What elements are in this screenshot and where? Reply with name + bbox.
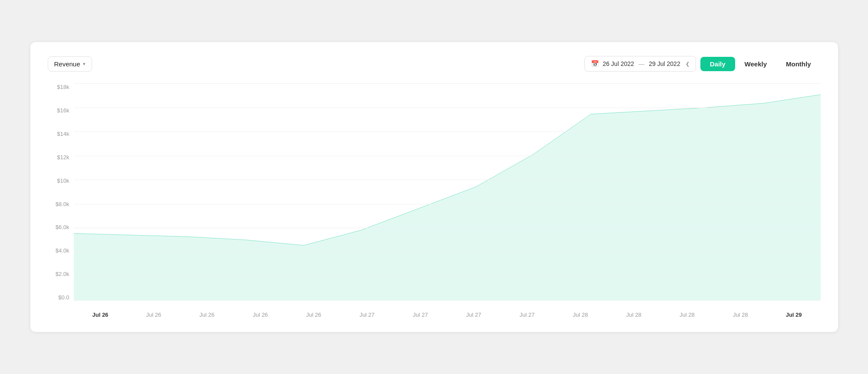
- x-label: Jul 28: [607, 312, 660, 318]
- calendar-icon: 📅: [591, 60, 599, 68]
- date-dash: —: [638, 60, 644, 67]
- grid-line: [74, 276, 821, 276]
- x-label: Jul 26: [287, 312, 340, 318]
- y-label: $18k: [48, 84, 74, 90]
- date-range-picker[interactable]: 📅 26 Jul 2022 — 29 Jul 2022 ❮: [584, 56, 696, 72]
- metric-chevron-icon: ▾: [83, 61, 86, 67]
- x-label: Jul 26: [180, 312, 234, 318]
- y-label: $16k: [48, 107, 74, 114]
- metric-label: Revenue: [54, 60, 80, 68]
- grid-line: [74, 252, 821, 253]
- x-label: Jul 27: [447, 312, 501, 318]
- x-label: Jul 28: [554, 312, 607, 318]
- y-label: $12k: [48, 154, 74, 161]
- chart-inner: [74, 84, 821, 301]
- x-label: Jul 26: [74, 312, 127, 318]
- x-label: Jul 27: [394, 312, 447, 318]
- date-to: 29 Jul 2022: [649, 60, 680, 67]
- x-label: Jul 27: [500, 312, 554, 318]
- grid-line: [74, 156, 821, 156]
- metric-dropdown[interactable]: Revenue ▾: [48, 56, 92, 72]
- line-chart: [74, 84, 821, 301]
- y-label: $2.0k: [48, 271, 74, 277]
- x-label: Jul 27: [340, 312, 394, 318]
- weekly-button[interactable]: Weekly: [735, 57, 776, 71]
- grid-line: [74, 83, 821, 84]
- x-label: Jul 28: [714, 312, 767, 318]
- x-label: Jul 28: [660, 312, 714, 318]
- daily-button[interactable]: Daily: [700, 57, 735, 71]
- date-chevron-icon: ❮: [686, 61, 690, 67]
- x-label: Jul 26: [234, 312, 287, 318]
- period-buttons: Daily Weekly Monthly: [700, 57, 821, 71]
- y-label: $10k: [48, 177, 74, 184]
- grid-line: [74, 180, 821, 180]
- y-label: $0.0: [48, 294, 74, 301]
- header-right: 📅 26 Jul 2022 — 29 Jul 2022 ❮ Daily Week…: [584, 56, 821, 72]
- grid-line: [74, 131, 821, 132]
- grid-line: [74, 204, 821, 204]
- y-label: $8.0k: [48, 201, 74, 207]
- chart-area: $0.0$2.0k$4.0k$6.0k$8.0k$10k$12k$14k$16k…: [48, 84, 821, 318]
- y-axis: $0.0$2.0k$4.0k$6.0k$8.0k$10k$12k$14k$16k…: [48, 84, 74, 301]
- y-label: $6.0k: [48, 224, 74, 230]
- y-label: $4.0k: [48, 247, 74, 254]
- chart-card: Revenue ▾ 📅 26 Jul 2022 — 29 Jul 2022 ❮ …: [30, 42, 838, 332]
- date-from: 26 Jul 2022: [603, 60, 634, 67]
- grid-line: [74, 228, 821, 228]
- x-label: Jul 29: [767, 312, 821, 318]
- y-label: $14k: [48, 131, 74, 137]
- grid-line: [74, 108, 821, 108]
- chart-header: Revenue ▾ 📅 26 Jul 2022 — 29 Jul 2022 ❮ …: [48, 56, 821, 72]
- x-axis: Jul 26Jul 26Jul 26Jul 26Jul 26Jul 27Jul …: [74, 301, 821, 318]
- x-label: Jul 26: [127, 312, 180, 318]
- monthly-button[interactable]: Monthly: [776, 57, 821, 71]
